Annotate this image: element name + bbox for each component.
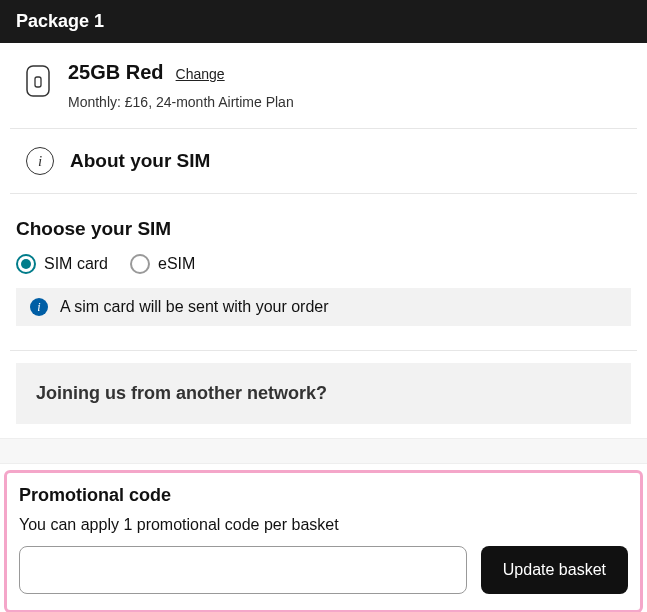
- sim-info-text: A sim card will be sent with your order: [60, 298, 329, 316]
- radio-esim[interactable]: eSIM: [130, 254, 195, 274]
- promo-code-input[interactable]: [19, 546, 467, 594]
- promo-subtitle: You can apply 1 promotional code per bas…: [19, 516, 628, 534]
- about-sim-row[interactable]: i About your SIM: [10, 129, 637, 194]
- promo-code-box: Promotional code You can apply 1 promoti…: [4, 470, 643, 612]
- radio-icon: [130, 254, 150, 274]
- change-plan-link[interactable]: Change: [176, 66, 225, 82]
- about-sim-title: About your SIM: [70, 150, 210, 172]
- promo-title: Promotional code: [19, 485, 628, 506]
- plan-title-line: 25GB Red Change: [68, 61, 294, 84]
- package-title: Package 1: [16, 11, 104, 31]
- radio-label: SIM card: [44, 255, 108, 273]
- package-header: Package 1: [0, 0, 647, 43]
- joining-network-row[interactable]: Joining us from another network?: [16, 363, 631, 424]
- plan-title: 25GB Red: [68, 61, 164, 84]
- update-basket-button[interactable]: Update basket: [481, 546, 628, 594]
- promo-input-row: Update basket: [19, 546, 628, 594]
- section-gap: [0, 438, 647, 464]
- info-icon: i: [26, 147, 54, 175]
- plan-info: 25GB Red Change Monthly: £16, 24-month A…: [68, 61, 294, 110]
- divider: [10, 350, 637, 351]
- choose-sim-title: Choose your SIM: [16, 218, 631, 240]
- radio-icon: [16, 254, 36, 274]
- sim-info-banner: i A sim card will be sent with your orde…: [16, 288, 631, 326]
- sim-card-icon: [26, 65, 50, 101]
- radio-sim-card[interactable]: SIM card: [16, 254, 108, 274]
- svg-rect-0: [27, 66, 49, 96]
- sim-radio-group: SIM card eSIM: [16, 254, 631, 274]
- plan-subtitle: Monthly: £16, 24-month Airtime Plan: [68, 94, 294, 110]
- info-filled-icon: i: [30, 298, 48, 316]
- choose-sim-section: Choose your SIM SIM card eSIM i A sim ca…: [0, 194, 647, 326]
- svg-rect-1: [35, 77, 41, 87]
- radio-label: eSIM: [158, 255, 195, 273]
- plan-row: 25GB Red Change Monthly: £16, 24-month A…: [10, 43, 637, 129]
- joining-network-title: Joining us from another network?: [36, 383, 327, 403]
